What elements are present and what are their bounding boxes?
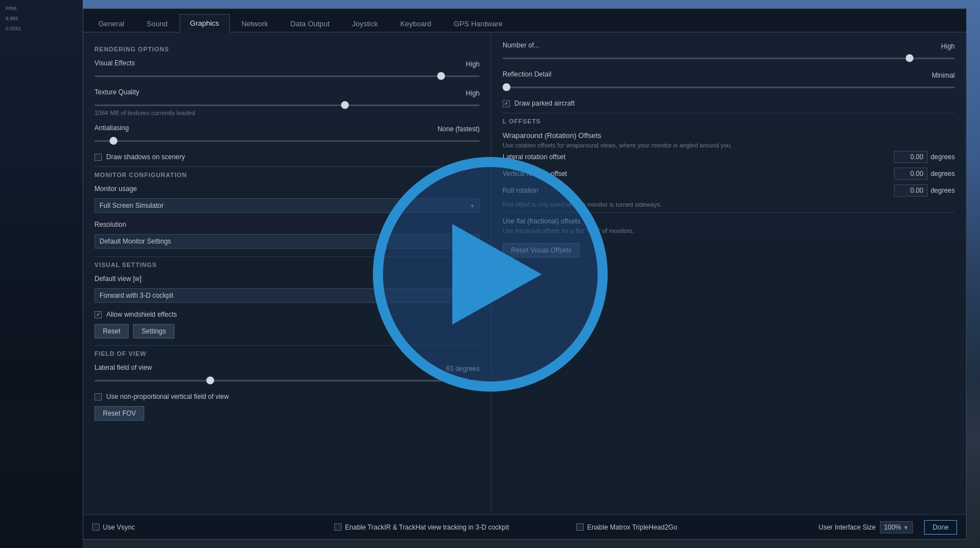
tab-data-output[interactable]: Data Output [280,15,340,32]
texture-quality-info: 1084 MB of textures currently loaded [94,109,480,116]
offsets-section: Wraparound (Rotation) Offsets Use rotati… [503,131,955,258]
roll-offset-unit: degrees [931,187,955,194]
lateral-offset-label: Lateral rotation offset [503,153,566,161]
divider-right-2 [503,212,955,213]
draw-shadows-checkbox[interactable] [94,154,102,161]
number-of-label: Number of... [503,41,539,49]
antialiasing-label: Antialiasing [94,124,129,132]
sidebar-info-fps: 9.992 [3,15,79,22]
tab-general[interactable]: General [88,15,135,32]
tab-keyboard[interactable]: Keyboard [390,15,442,32]
trackir-group: Enable TrackIR & TrackHat view tracking … [334,523,565,531]
wrap-header: Wraparound (Rotation) Offsets [503,131,955,140]
lateral-fov-row: Lateral field of view 63 degrees [94,364,480,385]
wrap-desc: Use rotation offsets for wraparound view… [503,142,955,149]
fov-header: FIELD OF VIEW [94,350,480,357]
roll-offset-row: Roll rotation degrees [503,184,955,197]
vertical-offset-unit: degrees [931,170,955,178]
visual-settings-header: VISUAL SETTINGS [94,261,480,268]
draw-parked-label: Draw parked aircraft [514,99,575,107]
lateral-fov-thumb[interactable] [206,377,214,384]
ui-size-label: User Interface Size [818,523,875,531]
resolution-select[interactable]: Default Monitor Settings 1920x1080 [94,234,480,249]
draw-shadows-row: Draw shadows on scenery [94,153,480,161]
reflection-detail-row: Reflection Detail Minimal [503,70,955,92]
right-panel: Number of... High Reflection Detail Mini… [491,32,966,514]
roll-desc: Roll offset is only used when a monitor … [503,201,955,208]
reset-fov-container: Reset FOV [94,406,480,421]
vertical-offset-input[interactable] [894,168,927,180]
matrox-checkbox[interactable] [576,523,584,531]
reflection-detail-thumb[interactable] [503,83,510,91]
content-area: RENDERING OPTIONS Visual Effects High Te… [83,32,966,514]
rendering-options-header: RENDERING OPTIONS [94,46,480,53]
lateral-offset-unit: degrees [931,153,955,161]
left-panel: RENDERING OPTIONS Visual Effects High Te… [83,32,491,514]
visual-settings-buttons: Reset Settings [94,324,480,339]
ui-size-select[interactable]: 75% 100% 125% 150% [880,521,913,533]
default-view-row: Default view [w] Forward with 3-D cockpi… [94,275,480,303]
lateral-fov-value: 63 degrees [446,365,480,373]
roll-offset-input[interactable] [894,184,927,197]
monitor-config-header: MONITOR CONFIGURATION [94,171,480,178]
texture-quality-slider[interactable] [94,101,480,109]
visual-effects-thumb[interactable] [437,72,445,80]
trackir-label: Enable TrackIR & TrackHat view tracking … [345,523,509,531]
reset-visual-button[interactable]: Reset [94,324,129,339]
tab-gps-hardware[interactable]: GPS Hardware [443,15,513,32]
non-proportional-row: Use non-proportional vertical field of v… [94,393,480,401]
draw-parked-checkbox[interactable] [503,100,510,107]
windshield-label: Allow windshield effects [106,311,177,318]
reset-visual-offsets-container: Reset Visual Offsets [503,243,955,258]
number-of-thumb[interactable] [906,54,913,62]
windshield-checkbox[interactable] [94,311,102,318]
divider-1 [94,166,480,167]
divider-2 [94,256,480,257]
lateral-offset-input[interactable] [894,151,927,163]
vertical-offset-input-group: degrees [894,168,955,180]
texture-quality-label: Texture Quality [94,88,139,96]
texture-quality-thumb[interactable] [341,101,349,109]
antialiasing-slider[interactable] [94,136,480,145]
monitor-usage-select[interactable]: Full Screen Simulator Windowed Simulator [94,198,480,213]
antialiasing-row: Antialiasing None (fastest) [94,124,480,145]
antialiasing-thumb[interactable] [110,137,117,145]
reset-fov-button[interactable]: Reset FOV [94,406,144,421]
done-button[interactable]: Done [924,520,957,535]
non-proportional-label: Use non-proportional vertical field of v… [106,393,229,401]
non-proportional-checkbox[interactable] [94,393,102,401]
vsync-checkbox[interactable] [92,523,100,531]
default-view-select[interactable]: Forward with 3-D cockpit Forward with 2-… [94,288,480,303]
tab-network[interactable]: Network [231,15,279,32]
monitor-usage-row: Monitor usage Full Screen Simulator Wind… [94,185,480,213]
visual-effects-slider[interactable] [94,72,480,80]
left-sidebar: FRM 9.992 0.0251 [0,0,83,548]
number-of-value: High [941,42,955,50]
tab-graphics[interactable]: Graphics [179,14,230,32]
settings-dialog: General Sound Graphics Network Data Outp… [83,8,967,540]
lateral-offset-input-group: degrees [894,151,955,163]
roll-offset-input-group: degrees [894,184,955,197]
trackir-checkbox[interactable] [334,523,342,531]
roll-offset-label: Roll rotation [503,187,538,194]
reflection-detail-label: Reflection Detail [503,70,551,78]
matrox-label: Enable Matrox TripleHead2Go [587,523,677,531]
monitor-usage-dropdown-wrapper: Full Screen Simulator Windowed Simulator… [94,198,480,213]
sidebar-info-frm: FRM [3,4,79,12]
lateral-offset-row: Lateral rotation offset degrees [503,151,955,163]
windshield-row: Allow windshield effects [94,311,480,318]
monitor-usage-label: Monitor usage [94,185,137,193]
tab-sound[interactable]: Sound [136,15,178,32]
tab-joystick[interactable]: Joystick [342,15,389,32]
ui-size-group: User Interface Size 75% 100% 125% 150% ▼ [818,521,913,533]
reset-visual-offsets-button[interactable]: Reset Visual Offsets [503,243,580,258]
visual-effects-row: Visual Effects High [94,59,480,80]
reflection-detail-slider[interactable] [503,83,955,92]
vertical-offset-row: Vertical rotation offset degrees [503,168,955,180]
divider-right-1 [503,113,955,113]
number-of-slider[interactable] [503,54,955,63]
settings-visual-button[interactable]: Settings [133,324,174,339]
tab-bar: General Sound Graphics Network Data Outp… [83,9,966,32]
flat-header: Use flat (fractional) offsets [503,217,955,225]
lateral-fov-slider[interactable] [94,376,480,385]
